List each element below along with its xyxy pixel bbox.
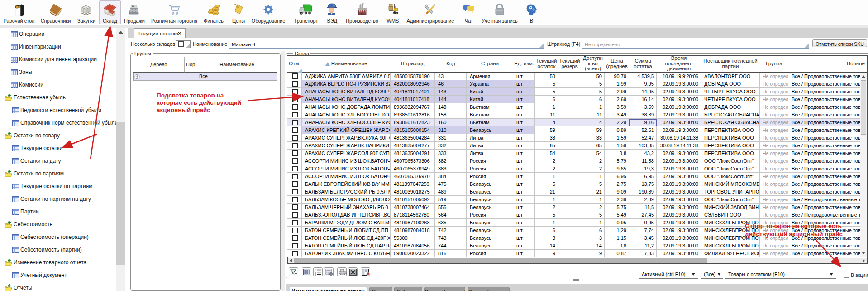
svg-text:Отбор товаров на которые есть: Отбор товаров на которые есть [745, 223, 842, 229]
svg-text:действующий акционный прайс: действующий акционный прайс [745, 231, 843, 238]
svg-text:Подсветка товаров на: Подсветка товаров на [157, 92, 224, 99]
svg-text:акционный прайс: акционный прайс [157, 107, 210, 113]
svg-text:которые есть действующий: которые есть действующий [157, 99, 241, 106]
